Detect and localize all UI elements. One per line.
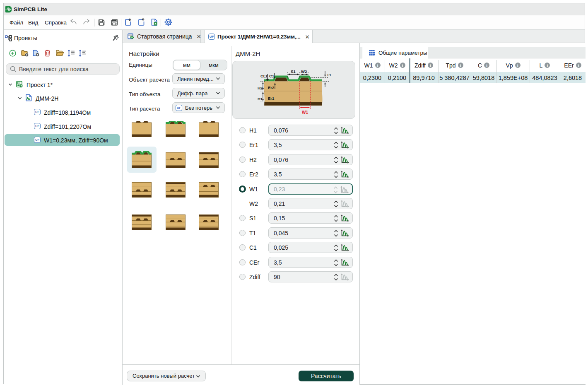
svg-text:Er2: Er2 bbox=[268, 85, 274, 90]
svg-text:T1: T1 bbox=[327, 72, 332, 77]
svg-text:W1: W1 bbox=[302, 110, 308, 115]
svg-text:S1: S1 bbox=[291, 69, 296, 74]
svg-text:W2: W2 bbox=[301, 69, 307, 74]
svg-text:H2: H2 bbox=[258, 86, 263, 90]
svg-text:Er1: Er1 bbox=[268, 96, 275, 101]
svg-text:C1: C1 bbox=[269, 74, 275, 78]
svg-text:CEr: CEr bbox=[260, 74, 267, 78]
svg-text:H1: H1 bbox=[258, 96, 263, 101]
